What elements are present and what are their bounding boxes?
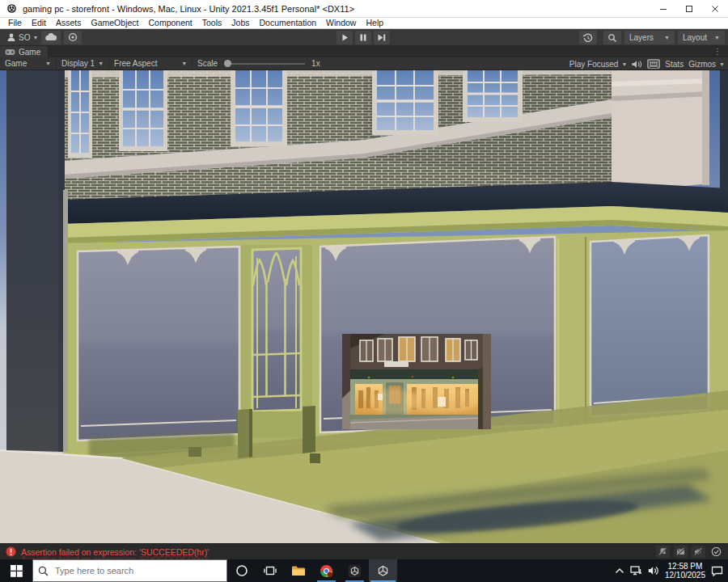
play-focused-dropdown[interactable]: Play Focused ▼ <box>569 60 628 69</box>
layout-dropdown[interactable]: Layout ▼ <box>678 31 725 44</box>
error-icon[interactable] <box>6 546 16 557</box>
step-button[interactable] <box>374 31 390 44</box>
aspect-caret-icon: ▼ <box>181 61 187 66</box>
game-viewport[interactable] <box>0 70 728 543</box>
unity-hub-icon <box>348 564 362 578</box>
pause-button[interactable] <box>355 31 371 44</box>
left-pilaster <box>6 70 68 452</box>
layout-caret-icon: ▼ <box>714 35 720 40</box>
windows-taskbar: 12:58 PM 12/10/2025 <box>0 559 728 582</box>
unity-editor-icon <box>376 564 390 578</box>
scale-slider-track[interactable] <box>224 63 305 65</box>
progress-check-icon[interactable] <box>709 546 723 558</box>
search-button[interactable] <box>603 31 621 44</box>
minimize-button[interactable] <box>650 0 676 17</box>
display-label: Display 1 <box>61 59 95 68</box>
status-tray <box>656 546 723 558</box>
tray-clock[interactable]: 12:58 PM 12/10/2025 <box>665 562 705 580</box>
menu-assets[interactable]: Assets <box>51 18 87 28</box>
upper-window-2 <box>119 70 167 151</box>
cortana-button[interactable] <box>227 559 256 582</box>
unity-logo-icon <box>6 3 17 14</box>
system-tray: 12:58 PM 12/10/2025 <box>615 559 728 582</box>
gizmos-label: Gizmos <box>688 60 716 69</box>
shop-window-left <box>78 247 239 441</box>
reference-photo <box>342 334 491 429</box>
mail-slash-icon[interactable] <box>674 546 688 558</box>
maximize-icon <box>685 5 693 13</box>
account-dropdown[interactable]: SO ▼ <box>6 32 38 42</box>
window-title: gaming pc - storefront - Windows, Mac, L… <box>23 4 650 14</box>
main-toolbar: SO ▼ <box>0 29 728 46</box>
tab-bar: Game ⋮ <box>0 46 728 57</box>
menu-help[interactable]: Help <box>361 18 388 28</box>
speaker-slash-icon[interactable] <box>692 546 705 558</box>
upper-window-4 <box>372 70 438 135</box>
unity-hub-button[interactable] <box>341 559 369 582</box>
minimize-icon <box>659 5 667 13</box>
pause-icon <box>360 34 366 41</box>
stats-toggle[interactable]: Stats <box>665 60 684 69</box>
play-focused-caret-icon: ▼ <box>621 61 627 67</box>
vsync-toggle[interactable] <box>647 59 660 69</box>
aspect-dropdown[interactable]: Free Aspect ▼ <box>109 57 193 70</box>
search-input[interactable] <box>53 565 199 576</box>
maximize-button[interactable] <box>676 0 702 17</box>
layers-caret-icon: ▼ <box>664 35 670 40</box>
menu-bar: File Edit Assets GameObject Component To… <box>0 18 728 29</box>
scale-value: 1x <box>311 59 320 68</box>
menu-window[interactable]: Window <box>321 18 361 28</box>
volume-icon[interactable] <box>648 566 659 576</box>
close-button[interactable] <box>702 0 728 17</box>
menu-tools[interactable]: Tools <box>197 18 227 28</box>
chrome-button[interactable] <box>312 559 341 582</box>
layout-label: Layout <box>683 33 707 42</box>
view-mode-caret-icon: ▼ <box>45 61 51 66</box>
gizmos-dropdown[interactable]: Gizmos ▼ <box>688 60 726 69</box>
action-center-icon[interactable] <box>711 566 723 576</box>
windows-logo-icon <box>11 565 23 577</box>
layers-dropdown[interactable]: Layers ▼ <box>624 31 675 44</box>
view-mode-dropdown[interactable]: Game ▼ <box>0 57 57 70</box>
tray-chevron-icon[interactable] <box>615 567 624 574</box>
tab-game[interactable]: Game <box>0 46 48 57</box>
upper-window-1 <box>68 70 92 158</box>
network-icon[interactable] <box>630 566 642 576</box>
play-button[interactable] <box>336 31 353 44</box>
unity-editor-button[interactable] <box>369 559 397 582</box>
undo-history-button[interactable] <box>579 31 597 44</box>
tab-overflow-menu[interactable]: ⋮ <box>713 46 722 57</box>
folder-icon <box>291 565 306 576</box>
display-dropdown[interactable]: Display 1 ▼ <box>57 57 109 70</box>
shop-window-bay <box>590 235 709 416</box>
services-button[interactable] <box>64 31 82 44</box>
menu-file[interactable]: File <box>3 18 27 28</box>
chrome-icon <box>320 564 333 578</box>
scale-slider-knob[interactable] <box>224 60 231 67</box>
menu-gameobject[interactable]: GameObject <box>87 18 144 28</box>
scale-label: Scale <box>197 59 218 68</box>
search-glass-icon <box>38 566 49 576</box>
toolbar-right: Layers ▼ Layout ▼ <box>576 31 725 44</box>
play-focused-label: Play Focused <box>569 60 619 69</box>
cloud-button[interactable] <box>41 31 61 44</box>
history-icon <box>583 33 593 43</box>
menu-documentation[interactable]: Documentation <box>254 18 321 28</box>
menu-jobs[interactable]: Jobs <box>226 18 254 28</box>
menu-edit[interactable]: Edit <box>27 18 51 28</box>
close-icon <box>711 5 719 13</box>
taskbar-search[interactable] <box>32 559 227 582</box>
title-bar: gaming pc - storefront - Windows, Mac, L… <box>0 0 728 18</box>
game-view-toolbar: Game ▼ Display 1 ▼ Free Aspect ▼ Scale 1… <box>0 57 728 70</box>
start-button[interactable] <box>0 559 32 582</box>
upper-window-5 <box>463 70 523 122</box>
cloud-icon <box>45 33 57 41</box>
mute-audio-icon[interactable] <box>632 60 642 69</box>
task-view-button[interactable] <box>256 559 284 582</box>
menu-component[interactable]: Component <box>143 18 197 28</box>
aspect-label: Free Aspect <box>114 59 157 68</box>
gizmos-caret-icon: ▼ <box>719 61 725 67</box>
bell-slash-icon[interactable] <box>656 546 670 558</box>
file-explorer-button[interactable] <box>284 559 312 582</box>
ring-icon <box>68 32 78 42</box>
